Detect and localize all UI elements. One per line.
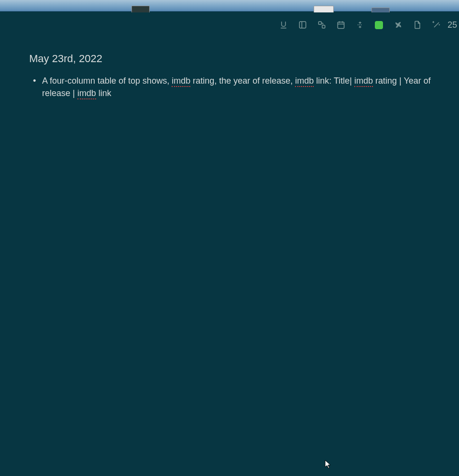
- svg-rect-4: [322, 25, 325, 28]
- note-text: link: [96, 88, 111, 98]
- bullet-item[interactable]: A four-column table of top shows, imdb r…: [35, 75, 435, 99]
- note-text: link: Title|: [314, 76, 354, 86]
- underline-icon[interactable]: [278, 20, 289, 30]
- pinwheel-icon[interactable]: [393, 20, 404, 30]
- svg-rect-3: [318, 22, 321, 24]
- link-icon[interactable]: [317, 20, 327, 30]
- browser-tab-thumbnail[interactable]: [131, 6, 150, 12]
- collapse-icon[interactable]: [355, 20, 365, 30]
- wand-icon[interactable]: [431, 20, 442, 30]
- bullet-list: A four-column table of top shows, imdb r…: [29, 75, 435, 99]
- note-text: rating, the year of release,: [190, 76, 295, 86]
- svg-rect-5: [338, 22, 344, 28]
- spell-error: imdb: [354, 76, 373, 87]
- page-icon[interactable]: [412, 20, 423, 30]
- window-chrome: [0, 0, 459, 11]
- toolbar-counter: 25: [448, 20, 457, 30]
- color-swatch[interactable]: [374, 20, 384, 30]
- mouse-cursor-icon: [325, 460, 332, 469]
- sidebar-icon[interactable]: [297, 20, 308, 30]
- browser-tab-thumbnail[interactable]: [372, 8, 390, 12]
- browser-tab-thumbnail[interactable]: [314, 6, 334, 12]
- svg-rect-1: [299, 22, 306, 28]
- note-text: A four-column table of top shows,: [42, 76, 172, 86]
- top-toolbar: 25: [278, 16, 459, 33]
- spell-error: imdb: [172, 76, 190, 87]
- date-heading: May 23rd, 2022: [29, 53, 435, 65]
- spell-error: imdb: [77, 88, 96, 99]
- spell-error: imdb: [295, 76, 314, 87]
- calendar-icon[interactable]: [336, 20, 346, 30]
